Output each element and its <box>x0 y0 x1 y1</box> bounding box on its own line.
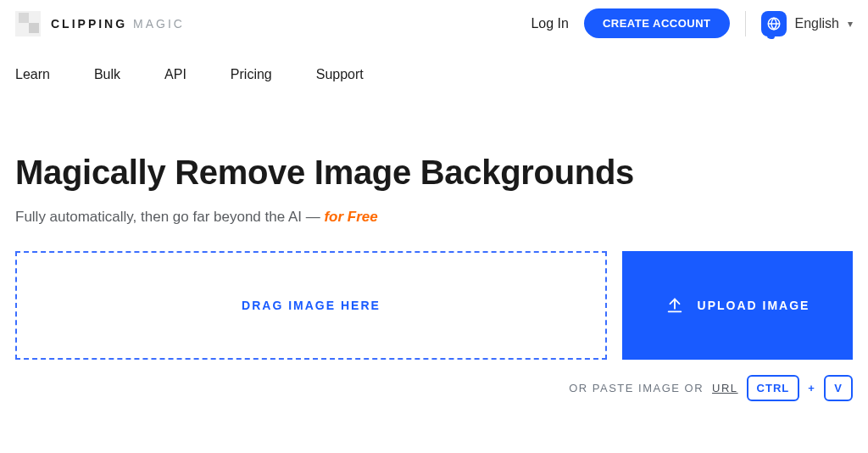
nav-learn[interactable]: Learn <box>15 67 50 82</box>
key-ctrl: CTRL <box>747 375 800 401</box>
brand-text: CLIPPING MAGIC <box>51 17 185 31</box>
main-nav: Learn Bulk API Pricing Support <box>0 45 868 91</box>
subheading: Fully automatically, then go far beyond … <box>15 209 853 226</box>
upload-button[interactable]: UPLOAD IMAGE <box>622 251 853 360</box>
divider <box>745 11 746 36</box>
nav-pricing[interactable]: Pricing <box>231 67 272 82</box>
nav-support[interactable]: Support <box>316 67 364 82</box>
page-title: Magically Remove Image Backgrounds <box>15 154 853 192</box>
chevron-down-icon: ▾ <box>848 18 853 30</box>
nav-api[interactable]: API <box>164 67 186 82</box>
language-label: English <box>795 16 839 31</box>
drag-drop-zone[interactable]: DRAG IMAGE HERE <box>15 251 607 360</box>
brand-light: MAGIC <box>133 17 185 31</box>
create-account-button[interactable]: CREATE ACCOUNT <box>584 8 730 38</box>
paste-url-link[interactable]: URL <box>712 382 738 394</box>
upload-label: UPLOAD IMAGE <box>698 299 810 312</box>
uploader-row: DRAG IMAGE HERE UPLOAD IMAGE <box>0 251 868 360</box>
key-v: V <box>824 375 853 401</box>
upload-icon <box>665 296 684 315</box>
globe-icon <box>761 11 787 36</box>
login-link[interactable]: Log In <box>531 16 568 31</box>
subhead-prefix: Fully automatically, then go far beyond … <box>15 209 324 225</box>
brand-bold: CLIPPING <box>51 17 127 31</box>
paste-prefix: OR PASTE IMAGE OR <box>569 382 704 394</box>
brand[interactable]: CLIPPING MAGIC <box>15 11 185 36</box>
subhead-emphasis: for Free <box>324 209 377 225</box>
drag-label: DRAG IMAGE HERE <box>242 299 381 312</box>
logo-icon <box>15 11 41 36</box>
paste-row: OR PASTE IMAGE OR URL CTRL + V <box>0 360 868 401</box>
hero: Magically Remove Image Backgrounds Fully… <box>0 91 868 226</box>
nav-bulk[interactable]: Bulk <box>94 67 120 82</box>
plus-icon: + <box>808 382 815 394</box>
header: CLIPPING MAGIC Log In CREATE ACCOUNT Eng… <box>0 0 868 45</box>
header-right: Log In CREATE ACCOUNT English ▾ <box>531 8 853 38</box>
language-selector[interactable]: English ▾ <box>761 11 853 36</box>
